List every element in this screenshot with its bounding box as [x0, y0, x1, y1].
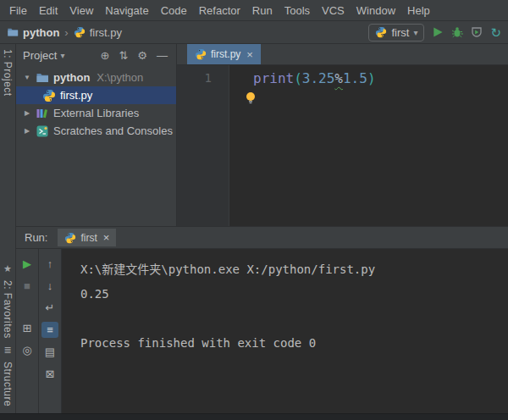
run-tool-window: Run: first × ▶ ■ ⊞ ◎ ↑	[16, 227, 508, 413]
tree-item-label: first.py	[60, 89, 92, 102]
tool-button-favorites[interactable]: 2: Favorites	[2, 280, 14, 339]
token-number: 3.25	[302, 70, 335, 86]
editor-tab-first-py[interactable]: first.py ×	[187, 44, 261, 64]
token-modulo-operator: %	[334, 70, 343, 86]
run-actions-toolbar: first ▾ ↻	[368, 24, 501, 41]
tree-item-scratches[interactable]: ▶ Scratches and Consoles	[16, 122, 176, 140]
editor-tab-bar: first.py ×	[177, 44, 508, 65]
tree-item-label: External Libraries	[53, 107, 139, 119]
menu-window[interactable]: Window	[351, 3, 401, 19]
console-command-line: X:\新建文件夹\python.exe X:/python/first.py	[80, 257, 503, 282]
python-file-icon	[64, 232, 76, 244]
run-console: X:\新建文件夹\python.exe X:/python/first.py 0…	[62, 249, 508, 413]
scroll-to-end-button[interactable]: ≡	[41, 322, 58, 338]
run-panel-body: ▶ ■ ⊞ ◎ ↑ ↓ ↵ ≡ ▤ ⊠ X:\新建文件夹\python.	[16, 249, 508, 413]
tab-label: first	[80, 232, 97, 244]
menu-edit[interactable]: Edit	[33, 3, 64, 19]
tree-item-project-root[interactable]: ▼ python X:\python	[16, 69, 176, 86]
token-paren-close: )	[367, 70, 376, 86]
down-stacktrace-button[interactable]: ↓	[41, 278, 58, 294]
stop-button[interactable]: ■	[19, 278, 36, 294]
expand-arrow-icon[interactable]: ▼	[23, 74, 31, 81]
tool-button-project[interactable]: 1: Project	[2, 49, 14, 97]
collapse-arrow-icon[interactable]: ▶	[23, 127, 31, 135]
breadcrumb-project[interactable]: python	[23, 26, 59, 39]
ide-window: File Edit View Navigate Code Refactor Ru…	[0, 0, 508, 420]
upper-area: Project ▾ ⊕ ⇅ ⚙ ― ▼ python	[16, 44, 508, 227]
chevron-down-icon: ▾	[413, 28, 417, 37]
run-panel-title: Run:	[25, 231, 47, 244]
menu-tools[interactable]: Tools	[279, 3, 316, 19]
menu-bar: File Edit View Navigate Code Refactor Ru…	[0, 0, 508, 21]
collapse-arrow-icon[interactable]: ▶	[23, 109, 31, 117]
project-panel-title[interactable]: Project	[23, 49, 57, 62]
menu-file[interactable]: File	[3, 3, 33, 19]
code-area[interactable]: print(3.25%1.5)	[229, 65, 508, 226]
breadcrumb-separator-icon: ›	[64, 26, 69, 39]
stripe-bottom-group: ★ 2: Favorites ≣ Structure	[2, 263, 14, 406]
close-icon[interactable]: ×	[246, 48, 253, 61]
stripe-top-group: 1: Project	[2, 49, 14, 97]
chevron-down-icon: ▾	[60, 51, 64, 60]
structure-icon: ≣	[3, 345, 11, 356]
clear-all-button[interactable]: ⊠	[41, 366, 58, 382]
breadcrumb-file[interactable]: first.py	[90, 26, 122, 39]
print-console-button[interactable]: ▤	[41, 344, 58, 360]
menu-view[interactable]: View	[64, 3, 99, 19]
navigation-bar: python › first.py first ▾ ↻	[0, 21, 508, 44]
project-panel-header: Project ▾ ⊕ ⇅ ⚙ ―	[16, 44, 176, 66]
tab-label: first.py	[211, 48, 240, 60]
code-line-1[interactable]: print(3.25%1.5)	[253, 69, 508, 88]
project-panel-toolbar: ⊕ ⇅ ⚙ ―	[101, 49, 168, 62]
hide-panel-button[interactable]: ―	[157, 49, 168, 62]
main-area: 1: Project ★ 2: Favorites ≣ Structure Pr…	[0, 44, 508, 413]
run-configuration-name: first	[391, 26, 409, 39]
coverage-button[interactable]	[471, 26, 483, 38]
line-number: 1	[177, 69, 212, 88]
tree-item-label: Scratches and Consoles	[53, 124, 173, 137]
tree-item-path: X:\python	[97, 71, 143, 84]
code-editor[interactable]: 1 print(3.25%1.5)	[177, 65, 508, 226]
soft-wrap-button[interactable]: ↵	[41, 300, 58, 316]
favorites-star-icon: ★	[3, 263, 12, 274]
settings-gear-icon[interactable]: ⚙	[137, 49, 147, 62]
run-tab-first[interactable]: first ×	[58, 229, 116, 246]
menu-navigate[interactable]: Navigate	[99, 3, 154, 19]
restart-button[interactable]: ↻	[490, 26, 501, 39]
collapse-all-button[interactable]: ⇅	[119, 49, 128, 62]
python-file-icon	[74, 26, 86, 38]
token-print: print	[253, 70, 294, 86]
console-blank-line	[80, 307, 503, 331]
tree-item-label: python	[53, 71, 90, 84]
console-output-line: 0.25	[80, 282, 503, 307]
editor-gutter: 1	[177, 65, 229, 226]
tool-button-structure[interactable]: Structure	[2, 362, 14, 406]
debug-button[interactable]	[451, 26, 463, 38]
run-configuration-dropdown[interactable]: first ▾	[368, 24, 424, 41]
libraries-icon	[36, 107, 49, 120]
rerun-button[interactable]: ▶	[19, 256, 36, 272]
menu-vcs[interactable]: VCS	[316, 3, 351, 19]
tree-item-external-libraries[interactable]: ▶ External Libraries	[16, 104, 176, 122]
close-icon[interactable]: ×	[103, 231, 110, 244]
run-toolbar-secondary: ↑ ↓ ↵ ≡ ▤ ⊠	[39, 249, 62, 413]
run-toolbar-primary: ▶ ■ ⊞ ◎	[16, 249, 39, 413]
menu-run[interactable]: Run	[246, 3, 279, 19]
project-tree: ▼ python X:\python first.py ▶ Ext	[16, 66, 176, 140]
menu-refactor[interactable]: Refactor	[193, 3, 246, 19]
locate-file-button[interactable]: ⊕	[101, 49, 110, 62]
menu-code[interactable]: Code	[155, 3, 193, 19]
up-stacktrace-button[interactable]: ↑	[41, 256, 58, 272]
tree-item-first-py[interactable]: first.py	[16, 86, 176, 104]
folder-icon	[7, 26, 19, 38]
restore-layout-button[interactable]: ⊞	[19, 320, 36, 336]
pin-tab-button[interactable]: ◎	[19, 342, 36, 358]
console-exit-line: Process finished with exit code 0	[80, 331, 503, 356]
menu-help[interactable]: Help	[401, 3, 436, 19]
code-line-2	[253, 88, 508, 108]
intention-bulb-icon[interactable]	[245, 91, 257, 105]
token-number: 1.5	[343, 70, 367, 86]
token-paren-open: (	[294, 70, 302, 86]
run-button[interactable]	[432, 26, 444, 38]
content-column: Project ▾ ⊕ ⇅ ⚙ ― ▼ python	[16, 44, 508, 413]
